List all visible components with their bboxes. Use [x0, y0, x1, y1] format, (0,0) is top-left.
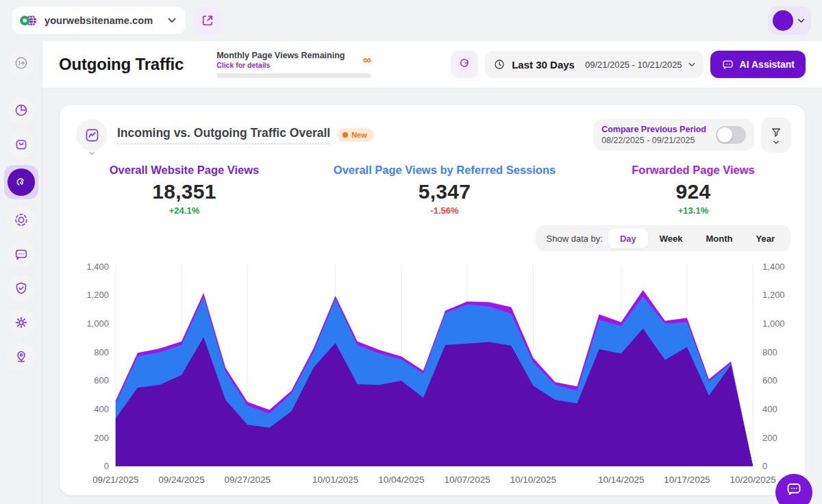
sidebar-item-security[interactable]: [8, 275, 35, 302]
granularity-year[interactable]: Year: [745, 229, 786, 249]
svg-text:600: 600: [762, 375, 777, 386]
open-website-button[interactable]: [194, 7, 221, 34]
clock-icon: [493, 58, 506, 71]
line-chart-icon: [84, 127, 100, 143]
ai-assistant-label: AI Assistant: [740, 59, 795, 70]
stat-forwarded-page-views: Forwarded Page Views 924 +13.1%: [580, 164, 806, 216]
user-menu[interactable]: [768, 6, 811, 35]
compare-previous-period: Compare Previous Period 08/22/2025 - 09/…: [593, 119, 754, 151]
outgoing-traffic-icon: [8, 168, 35, 196]
stat-delta: -1.56%: [309, 205, 580, 216]
location-pin-icon: [14, 349, 29, 364]
svg-text:10/14/2025: 10/14/2025: [598, 475, 644, 485]
quota-title: Monthly Page Views Remaining: [216, 51, 371, 60]
card-title[interactable]: Incoming vs. Outgoing Traffic Overall: [117, 126, 330, 144]
svg-text:1,400: 1,400: [86, 262, 108, 272]
sidebar-item-scan[interactable]: [8, 206, 35, 234]
sidebar-collapse-toggle[interactable]: [8, 49, 35, 77]
svg-text:0: 0: [762, 461, 767, 471]
svg-text:0: 0: [104, 461, 109, 471]
stat-value: 5,347: [309, 180, 580, 203]
chevron-down-icon: [688, 62, 695, 67]
sidebar-item-locations[interactable]: [8, 343, 35, 370]
new-badge: New: [337, 128, 374, 142]
svg-text:1,400: 1,400: [762, 262, 784, 272]
shopping-bag-icon: [14, 137, 29, 152]
chevron-down-icon: [797, 18, 805, 23]
infinity-icon: ∞: [363, 54, 371, 66]
sidebar-item-outgoing-traffic-active[interactable]: [4, 165, 38, 199]
sidebar-item-chat[interactable]: [8, 240, 35, 268]
compare-label: Compare Previous Period: [601, 125, 706, 134]
chevron-down-icon: [153, 18, 176, 23]
website-name: yourwebsitename.com: [45, 15, 153, 26]
granularity-month[interactable]: Month: [695, 229, 745, 249]
svg-text:10/20/2025: 10/20/2025: [730, 475, 775, 485]
granularity-week[interactable]: Week: [648, 229, 695, 249]
page-title: Outgoing Traffic: [59, 55, 184, 74]
avatar: [773, 10, 793, 31]
show-data-by-control: Show data by: Day Week Month Year: [536, 225, 790, 251]
svg-text:400: 400: [762, 404, 777, 414]
gear-icon: [14, 315, 29, 330]
ai-chat-icon: [721, 58, 734, 71]
svg-text:200: 200: [94, 433, 109, 443]
quota-widget: Monthly Page Views Remaining Click for d…: [216, 51, 371, 78]
badge-dot-icon: [342, 132, 348, 138]
quota-progress-bar: [216, 73, 371, 78]
chevron-down-icon: [88, 151, 95, 155]
chat-bubble-icon: [786, 481, 802, 497]
toggle-knob: [717, 127, 732, 142]
svg-text:800: 800: [94, 347, 109, 357]
website-selector[interactable]: yourwebsitename.com: [12, 7, 186, 34]
granularity-day[interactable]: Day: [608, 229, 648, 249]
refresh-icon: [458, 58, 471, 71]
range-label: Last 30 Days: [512, 59, 575, 71]
chevron-down-icon: [773, 140, 780, 144]
date-range-selector[interactable]: Last 30 Days 09/21/2025 - 10/21/2025: [485, 51, 703, 78]
funnel-icon: [769, 126, 783, 140]
refresh-button[interactable]: [451, 51, 478, 78]
svg-text:1,000: 1,000: [762, 318, 784, 329]
svg-text:200: 200: [762, 433, 777, 443]
badge-label: New: [351, 131, 367, 139]
stats-row: Overall Website Page Views 18,351 +24.1%…: [60, 164, 805, 216]
stat-delta: +13.1%: [580, 205, 806, 216]
sidebar-item-store[interactable]: [8, 131, 35, 158]
svg-text:09/27/2025: 09/27/2025: [225, 475, 271, 485]
page-header: Outgoing Traffic Monthly Page Views Rema…: [42, 41, 822, 88]
collapse-arrow-icon: [14, 55, 29, 71]
sidebar: [0, 41, 42, 504]
compare-toggle[interactable]: [716, 126, 746, 144]
svg-text:10/01/2025: 10/01/2025: [312, 475, 358, 485]
stat-referred-sessions: Overall Page Views by Referred Sessions …: [309, 164, 580, 216]
svg-text:1,000: 1,000: [86, 318, 108, 329]
ai-assistant-button[interactable]: AI Assistant: [710, 51, 806, 78]
top-bar: yourwebsitename.com: [0, 0, 822, 41]
sidebar-item-analytics[interactable]: [8, 97, 35, 124]
stat-label: Forwarded Page Views: [580, 164, 806, 177]
external-link-icon: [201, 14, 214, 27]
stat-value: 924: [580, 180, 806, 203]
traffic-area-chart[interactable]: 002002004004006006008008001,0001,0001,20…: [60, 260, 805, 486]
svg-text:10/10/2025: 10/10/2025: [510, 475, 556, 485]
svg-text:10/07/2025: 10/07/2025: [444, 475, 490, 485]
stat-label: Overall Page Views by Referred Sessions: [309, 164, 580, 177]
compare-range: 08/22/2025 - 09/21/2025: [601, 136, 706, 145]
svg-text:10/04/2025: 10/04/2025: [378, 475, 424, 485]
svg-text:09/24/2025: 09/24/2025: [158, 475, 204, 485]
show-data-by-label: Show data by:: [547, 234, 603, 244]
svg-text:800: 800: [762, 347, 777, 357]
stat-value: 18,351: [60, 180, 309, 203]
stat-delta: +24.1%: [60, 205, 309, 216]
chat-bubble-icon: [14, 247, 29, 262]
sidebar-item-settings[interactable]: [8, 309, 35, 336]
main-content: Incoming vs. Outgoing Traffic Overall Ne…: [42, 88, 822, 504]
quota-details-link[interactable]: Click for details: [216, 61, 371, 69]
pie-chart-icon: [14, 103, 29, 118]
svg-text:10/17/2025: 10/17/2025: [664, 475, 710, 485]
svg-text:1,200: 1,200: [86, 290, 108, 300]
chart-type-selector[interactable]: [76, 119, 108, 151]
svg-text:400: 400: [94, 404, 109, 414]
filter-button[interactable]: [761, 117, 791, 153]
